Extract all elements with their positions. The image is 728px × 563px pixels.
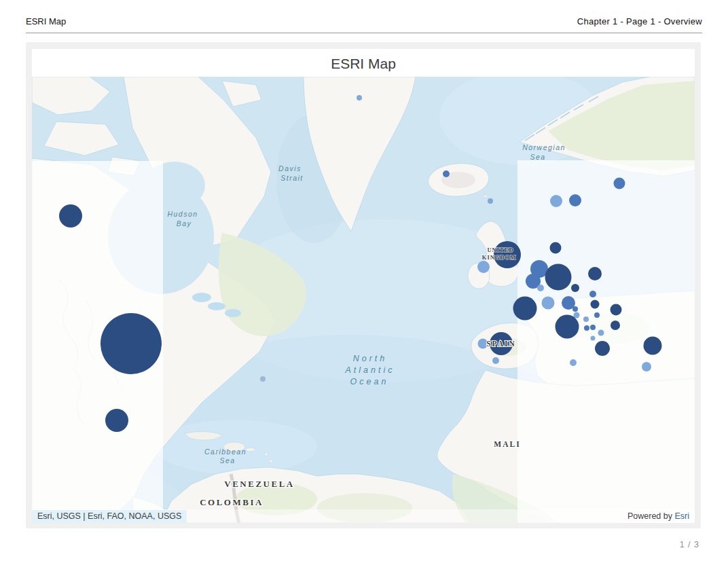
map-canvas[interactable]: DavisStraitHudsonBayNorwegianSeaNorthAtl… — [32, 77, 695, 523]
map-label: Bay — [177, 219, 192, 228]
map-bubble[interactable] — [588, 267, 602, 280]
map-bubble[interactable] — [101, 313, 162, 374]
map-bubble[interactable] — [105, 409, 128, 432]
map-bubble[interactable] — [611, 304, 622, 316]
basemap: DavisStraitHudsonBayNorwegianSeaNorthAtl… — [32, 77, 695, 523]
map-bubble[interactable] — [545, 264, 572, 291]
map-card-inner: ESRI Map — [32, 49, 695, 523]
map-bubble[interactable] — [492, 357, 499, 364]
map-bubble[interactable] — [537, 285, 544, 291]
map-bubble[interactable] — [598, 330, 604, 336]
map-bubble[interactable] — [571, 284, 579, 292]
map-bubble[interactable] — [642, 362, 651, 371]
map-bubble[interactable] — [556, 315, 579, 339]
map-bubble[interactable] — [550, 195, 562, 207]
map-label: MALI — [494, 440, 520, 448]
page-indicator: 1 / 3 — [680, 540, 699, 549]
map-bubble[interactable] — [595, 341, 610, 356]
map-bubble[interactable] — [591, 300, 600, 309]
powered-by-esri[interactable]: Powered by Esri — [622, 510, 695, 523]
map-bubble[interactable] — [357, 95, 362, 101]
map-bubble[interactable] — [583, 316, 589, 322]
map-bubble[interactable] — [589, 291, 596, 297]
attribution-sources: Esri, USGS | Esri, FAO, NOAA, USGS — [32, 510, 187, 523]
map-bubble[interactable] — [574, 312, 580, 319]
map-card: ESRI Map — [26, 42, 701, 528]
map-bubble[interactable] — [590, 325, 596, 330]
map-label: COLOMBIA — [200, 497, 263, 507]
esri-brand-link[interactable]: Esri — [674, 511, 689, 521]
map-label: UNITED — [487, 247, 513, 253]
map-bubble[interactable] — [611, 321, 620, 330]
map-label: Ocean — [350, 377, 389, 386]
map-bubble[interactable] — [614, 178, 625, 189]
map-bubble[interactable] — [260, 376, 266, 382]
powered-by-text: Powered by — [627, 511, 674, 521]
region-overlay-europe — [517, 160, 695, 523]
map-title: ESRI Map — [32, 49, 695, 77]
map-label: North — [353, 354, 388, 363]
map-bubble[interactable] — [488, 198, 493, 204]
map-bubble[interactable] — [570, 359, 577, 366]
breadcrumb: Chapter 1 - Page 1 - Overview — [577, 16, 702, 26]
map-label: Davis — [278, 164, 302, 172]
map-bubble[interactable] — [594, 312, 600, 318]
map-bubble[interactable] — [591, 336, 596, 341]
header-title: ESRI Map — [26, 16, 66, 26]
map-bubble[interactable] — [572, 306, 578, 312]
map-bubble[interactable] — [513, 297, 537, 321]
map-label: Hudson — [167, 210, 198, 218]
map-label: Sea — [219, 456, 235, 465]
map-bubble[interactable] — [542, 297, 555, 310]
map-label: SPAIN — [486, 340, 516, 348]
map-label: KINGDOM — [482, 254, 516, 261]
map-bubble[interactable] — [59, 204, 82, 228]
map-bubble[interactable] — [443, 170, 450, 177]
map-label: VENEZUELA — [224, 479, 294, 489]
map-label: Norwegian — [522, 143, 566, 151]
map-bubble[interactable] — [477, 261, 490, 273]
map-label: Strait — [280, 174, 304, 182]
map-label: Atlantic — [345, 365, 395, 375]
map-bubble[interactable] — [644, 337, 662, 355]
map-label: Caribbean — [204, 448, 247, 456]
map-label: Sea — [530, 153, 545, 161]
map-bubble[interactable] — [584, 325, 589, 331]
page-header: ESRI Map Chapter 1 - Page 1 - Overview — [26, 0, 702, 33]
map-bubble[interactable] — [550, 242, 562, 254]
map-bubble[interactable] — [569, 194, 581, 206]
